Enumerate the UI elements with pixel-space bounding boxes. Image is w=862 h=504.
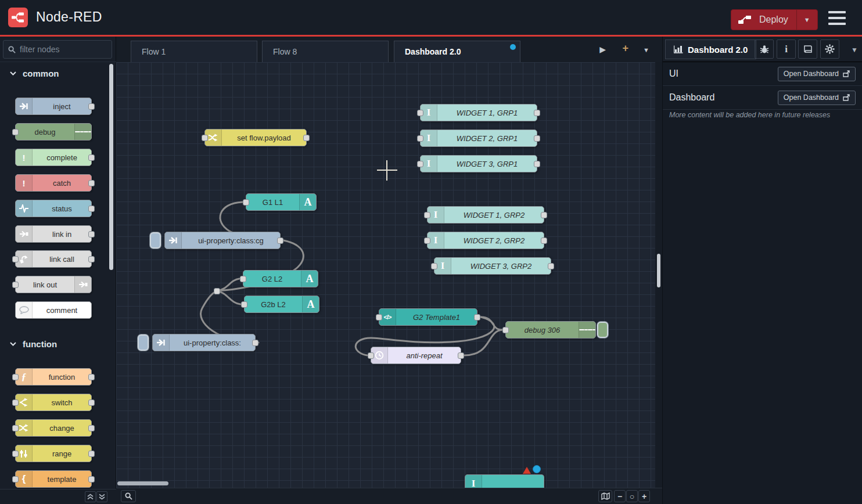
input-port[interactable] — [424, 212, 430, 218]
node-g2b-l2[interactable]: G2b L2 A — [244, 296, 319, 313]
add-flow-icon[interactable]: + — [622, 42, 628, 55]
palette-search-box[interactable] — [3, 40, 112, 59]
input-port[interactable] — [417, 161, 423, 167]
palette-node-link-call[interactable]: link call — [15, 250, 92, 268]
horizontal-scrollbar[interactable] — [117, 481, 168, 485]
palette-node-range[interactable]: range — [15, 445, 92, 462]
palette-node-label: complete — [33, 149, 91, 165]
hamburger-icon[interactable] — [828, 11, 846, 25]
node-debug-306[interactable]: debug 306 — [505, 321, 596, 339]
node-widget-3-grp2[interactable]: I WIDGET 3, GRP2 — [434, 257, 551, 275]
output-port[interactable] — [548, 263, 554, 269]
node-widget-1-grp1[interactable]: I WIDGET 1, GRP1 — [420, 104, 537, 121]
palette-section-function[interactable]: function — [0, 335, 108, 352]
inject-trigger-button[interactable] — [150, 232, 161, 249]
palette-node-label: range — [33, 445, 91, 462]
sidebar-tab-label: Dashboard 2.0 — [688, 45, 748, 55]
input-port[interactable] — [243, 199, 249, 206]
inject-trigger-button[interactable] — [138, 334, 149, 351]
wire-junction[interactable] — [214, 288, 220, 294]
output-port[interactable] — [303, 135, 310, 141]
palette-node-complete[interactable]: ! complete — [15, 149, 92, 166]
vertical-scrollbar[interactable] — [657, 254, 660, 287]
debug-toggle-button[interactable] — [597, 322, 608, 338]
double-chevron-up-icon[interactable] — [85, 491, 96, 502]
palette-node-link-in[interactable]: link in — [15, 225, 92, 243]
tab-dashboard-2-0[interactable]: Dashboard 2.0 — [394, 41, 520, 62]
output-port[interactable] — [541, 237, 547, 244]
open-dashboard-button[interactable]: Open Dashboard — [778, 67, 856, 81]
scroll-right-icon[interactable]: ▶ — [599, 45, 606, 54]
palette-scrollbar[interactable] — [109, 64, 113, 270]
deploy-button[interactable]: Deploy ▼ — [731, 9, 818, 30]
palette-node-link-out[interactable]: link out — [15, 276, 92, 293]
search-flows-button[interactable] — [121, 490, 136, 502]
node-widget-1-grp2[interactable]: I WIDGET 1, GRP2 — [427, 206, 544, 224]
palette-node-inject[interactable]: inject — [15, 98, 92, 115]
config-tab-button[interactable] — [820, 39, 839, 59]
input-port[interactable] — [424, 237, 430, 244]
input-port[interactable] — [417, 110, 423, 116]
double-chevron-down-icon[interactable] — [96, 491, 107, 502]
wire[interactable] — [217, 291, 240, 304]
node-partial-bottom[interactable]: I — [465, 474, 544, 488]
help-tab-button[interactable] — [798, 39, 817, 59]
node-widget-3-grp1[interactable]: I WIDGET 3, GRP1 — [420, 155, 537, 172]
caret-down-icon[interactable]: ▼ — [851, 46, 858, 54]
node-g2-template1[interactable]: </> G2 Template1 — [379, 308, 477, 326]
tab-flow-1[interactable]: Flow 1 — [131, 41, 257, 62]
node-ui-property-class-cg[interactable]: ui-property:class:cg — [164, 232, 281, 249]
input-port[interactable] — [431, 263, 437, 269]
palette-node-change[interactable]: change — [15, 419, 92, 437]
filter-nodes-input[interactable] — [20, 45, 101, 54]
palette-node-template[interactable]: { template — [15, 470, 92, 488]
wire[interactable] — [481, 317, 502, 330]
palette-node-catch[interactable]: ! catch — [15, 174, 92, 192]
input-port[interactable] — [417, 135, 423, 142]
node-anti-repeat[interactable]: anti-repeat — [371, 347, 461, 364]
node-label: G2 L2 — [243, 271, 301, 287]
info-tab-button[interactable]: i — [777, 39, 796, 59]
zoom-out-button[interactable]: − — [614, 490, 626, 502]
flow-list-caret-icon[interactable]: ▼ — [643, 46, 649, 53]
palette-node-label: inject — [33, 98, 91, 114]
node-label: ui-property:class:cg — [182, 232, 280, 249]
input-port[interactable] — [202, 135, 208, 141]
palette-node-debug[interactable]: debug — [15, 123, 92, 141]
node-widget-2-grp2[interactable]: I WIDGET 2, GRP2 — [427, 232, 544, 249]
sidebar-tab-dashboard[interactable]: Dashboard 2.0 — [665, 39, 756, 59]
deploy-caret-icon[interactable]: ▼ — [796, 10, 817, 30]
output-port[interactable] — [252, 340, 258, 346]
palette-section-common[interactable]: common — [0, 64, 108, 82]
input-port — [12, 476, 19, 483]
wire[interactable] — [464, 330, 502, 355]
input-port[interactable] — [368, 352, 374, 359]
input-port[interactable] — [241, 301, 247, 308]
output-port[interactable] — [534, 110, 540, 116]
debug-tab-button[interactable] — [755, 39, 774, 59]
output-port[interactable] — [458, 352, 464, 359]
zoom-in-button[interactable]: + — [638, 490, 650, 502]
flow-canvas[interactable]: set flow.payload I WIDGET 1, GRP1 I WIDG… — [116, 62, 655, 488]
open-dashboard-button[interactable]: Open Dashboard — [778, 91, 856, 105]
input-port[interactable] — [240, 276, 246, 282]
output-port[interactable] — [277, 237, 283, 244]
map-navigator-button[interactable] — [598, 490, 612, 502]
node-g1-l1[interactable]: G1 L1 A — [246, 193, 317, 211]
palette-node-switch[interactable]: switch — [15, 394, 92, 411]
node-ui-property-class[interactable]: ui-property:class: — [152, 334, 256, 351]
node-set-flow-payload[interactable]: set flow.payload — [204, 129, 307, 146]
input-port[interactable] — [502, 327, 509, 333]
output-port[interactable] — [534, 161, 540, 167]
node-widget-2-grp1[interactable]: I WIDGET 2, GRP1 — [420, 129, 537, 147]
input-port[interactable] — [376, 314, 382, 321]
output-port[interactable] — [541, 212, 547, 218]
output-port[interactable] — [534, 135, 540, 142]
tab-flow-8[interactable]: Flow 8 — [262, 41, 389, 62]
palette-node-function[interactable]: ƒ function — [15, 368, 92, 386]
palette-node-comment[interactable]: comment — [15, 301, 92, 319]
node-g2-l2[interactable]: G2 L2 A — [243, 270, 318, 287]
zoom-reset-button[interactable]: ○ — [626, 490, 638, 502]
output-port[interactable] — [474, 314, 480, 321]
palette-node-status[interactable]: status — [15, 200, 92, 217]
